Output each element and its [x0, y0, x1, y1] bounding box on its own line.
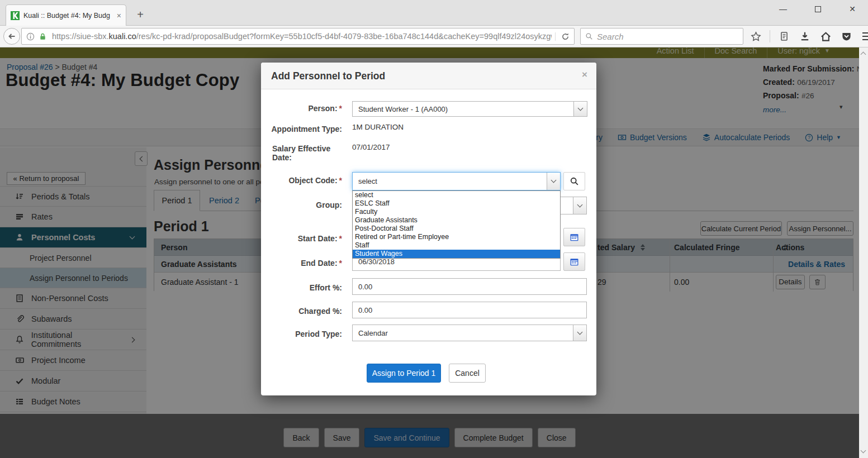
reload-icon [561, 32, 570, 41]
start-date-label: Start Date:* [271, 234, 342, 243]
back-arrow-icon [7, 32, 16, 41]
cancel-button[interactable]: Cancel [449, 364, 486, 383]
reload-button[interactable] [555, 32, 570, 41]
window-controls: — ✕ [772, 1, 864, 17]
object-code-lookup-button[interactable] [563, 172, 585, 190]
maximize-icon [815, 6, 821, 12]
person-select[interactable]: Student Worker - 1 (AA000) [352, 101, 587, 117]
charged-input[interactable] [352, 302, 587, 318]
downloads-icon[interactable] [798, 30, 812, 43]
close-window-button[interactable]: ✕ [841, 1, 864, 17]
scroll-up-icon[interactable] [861, 49, 865, 59]
back-button[interactable] [3, 28, 20, 45]
appointment-type-label: Appointment Type: [271, 125, 342, 133]
magnifier-icon [570, 176, 579, 186]
new-tab-button[interactable]: + [133, 8, 148, 22]
chevron-down-icon [573, 102, 587, 116]
effort-label: Effort %: [271, 283, 342, 292]
url-bar[interactable]: https://siue-sbx.kuali.co/res/kc-pd-krad… [21, 28, 575, 45]
object-code-label: Object Code:* [271, 176, 342, 185]
dropdown-option[interactable]: ESLC Staff [353, 199, 560, 208]
search-bar[interactable] [580, 28, 743, 45]
dropdown-option-selected[interactable]: Student Wages [353, 250, 560, 258]
home-icon[interactable] [819, 30, 832, 43]
end-date-label: End Date:* [271, 259, 342, 268]
period-type-select[interactable]: Calendar [352, 325, 587, 341]
toolbar-divider [770, 30, 770, 42]
browser-tab-strip: Kuali :: Budget #4: My Budg × + — ✕ [0, 0, 868, 26]
dialog-close-icon[interactable]: × [582, 69, 587, 80]
add-personnel-dialog: Add Personnel to Period × Person:* Stude… [261, 63, 596, 395]
dropdown-option[interactable]: Faculty [353, 208, 560, 216]
scroll-down-icon[interactable] [861, 445, 865, 455]
period-type-label: Period Type: [271, 330, 342, 338]
dialog-title: Add Personnel to Period [271, 63, 385, 89]
url-text[interactable]: https://siue-sbx.kuali.co/res/kc-pd-krad… [52, 32, 552, 41]
calendar-icon [570, 233, 579, 242]
dropdown-option[interactable]: Retired or Part-time Employee [353, 233, 560, 241]
pocket-icon[interactable] [839, 30, 853, 43]
start-date-calendar-button[interactable] [563, 228, 585, 246]
calendar-icon [570, 257, 579, 266]
charged-label: Charged %: [271, 307, 342, 316]
chevron-down-icon [547, 173, 560, 190]
dialog-header: Add Personnel to Period × [261, 63, 596, 89]
salary-effective-date-value: 07/01/2017 [352, 143, 390, 151]
page-scrollbar[interactable] [859, 47, 868, 458]
assign-to-period-button[interactable]: Assign to Period 1 [367, 364, 441, 383]
end-date-calendar-button[interactable] [563, 252, 585, 271]
dropdown-option[interactable]: Staff [353, 241, 560, 250]
dropdown-option[interactable]: Post-Doctoral Staff [353, 225, 560, 233]
browser-tab[interactable]: Kuali :: Budget #4: My Budg × [6, 4, 126, 26]
info-icon[interactable] [26, 32, 35, 41]
person-label: Person:* [271, 104, 342, 113]
tab-close-icon[interactable]: × [117, 11, 121, 20]
browser-window: Kuali :: Budget #4: My Budg × + — ✕ http… [0, 0, 868, 458]
lock-icon [39, 32, 47, 41]
dropdown-option[interactable]: select [353, 191, 560, 199]
appointment-type-value: 1M DURATION [352, 123, 404, 131]
tab-title: Kuali :: Budget #4: My Budg [23, 12, 113, 20]
kuali-favicon [11, 11, 20, 20]
chevron-down-icon [573, 197, 586, 214]
effort-input[interactable] [352, 278, 587, 295]
chevron-down-icon [573, 325, 586, 341]
dropdown-option[interactable]: Graduate Assistants [353, 216, 560, 225]
search-input[interactable] [597, 32, 738, 41]
bookmark-star-icon[interactable] [749, 30, 762, 43]
library-icon[interactable] [777, 30, 791, 43]
group-label: Group: [271, 201, 342, 209]
object-code-dropdown-list: select ESLC Staff Faculty Graduate Assis… [352, 190, 561, 259]
object-code-combobox[interactable]: select [352, 172, 561, 190]
maximize-button[interactable] [807, 1, 829, 17]
period-type-value: Calendar [353, 329, 573, 337]
menu-hamburger-icon[interactable] [860, 30, 868, 43]
search-icon [585, 32, 593, 40]
person-select-value: Student Worker - 1 (AA000) [353, 105, 573, 113]
minimize-button[interactable]: — [772, 1, 794, 17]
salary-effective-date-label: Salary Effective Date: [272, 144, 334, 162]
object-code-value: select [353, 177, 547, 185]
